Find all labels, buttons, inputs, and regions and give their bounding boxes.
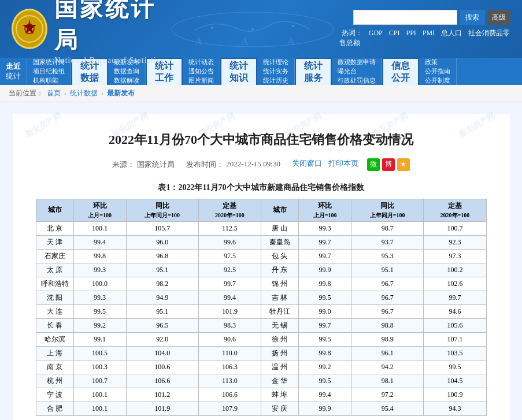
cell-value: 99.4	[198, 291, 261, 304]
search-bar[interactable]: 搜索 高级	[353, 10, 510, 25]
cell-value: 100.1	[73, 402, 126, 415]
table-row: 杭 州100.7106.6113.0金 华99.598.1104.5	[36, 374, 486, 388]
cell-city: 石家庄	[36, 249, 73, 263]
hot-item-ppi[interactable]: PPI	[406, 29, 416, 37]
national-emblem	[12, 9, 47, 49]
cell-city: 丹 东	[261, 263, 298, 277]
cell-city: 金 华	[261, 374, 298, 388]
title-zh: 国家统计局	[54, 0, 166, 56]
wechat-share-icon[interactable]: 微	[367, 158, 380, 171]
cell-value: 99.7	[424, 291, 486, 304]
cell-city: 蚌 埠	[261, 388, 298, 402]
cell-value: 99.4	[298, 388, 351, 402]
cell-city: 吉 林	[261, 291, 298, 304]
cell-city: 无 锡	[261, 318, 298, 332]
breadcrumb-current: 最新发布	[107, 88, 135, 98]
cell-value: 92.0	[126, 332, 198, 346]
cell-value: 112.5	[198, 221, 261, 235]
th-base-right: 定基2020年=100	[424, 199, 486, 221]
cell-value: 96.8	[126, 249, 198, 263]
cell-value: 99.8	[298, 277, 351, 291]
cell-value: 92.3	[424, 235, 486, 249]
article-title: 2022年11月份70个大中城市商品住宅销售价格变动情况	[36, 131, 487, 149]
cell-value: 101.9	[126, 402, 198, 415]
hot-item-pmi[interactable]: PMI	[423, 29, 435, 37]
cell-value: 96.5	[126, 318, 198, 332]
cell-city: 包 头	[261, 249, 298, 263]
hot-item-population[interactable]: 总人口	[441, 29, 462, 37]
cell-value: 105.7	[126, 221, 198, 235]
search-button[interactable]: 搜索	[460, 10, 485, 25]
date-meta: 发布时间： 2022-12-15 09:30	[186, 159, 280, 170]
cell-value: 96.7	[351, 291, 424, 304]
nav-public-sub[interactable]: 政策 公开指南 公开制度	[419, 58, 457, 85]
th-base-left: 定基2020年=100	[198, 199, 261, 221]
print-page-btn[interactable]: 打印本页	[328, 158, 358, 171]
share-icons: 微 博 ★	[367, 158, 410, 171]
table-row: 宁 波100.1101.2106.6蚌 埠99.497.2100.9	[36, 388, 486, 402]
article-content: 2022年11月份70个大中城市商品住宅销售价格变动情况 来源： 国家统计局 发…	[13, 114, 510, 420]
breadcrumb-home[interactable]: 首页	[47, 88, 61, 98]
cell-value: 99.5	[298, 332, 351, 346]
cell-value: 93.7	[351, 235, 424, 249]
cell-city: 北 京	[36, 221, 73, 235]
search-input[interactable]	[353, 10, 457, 25]
nav-statistics-service[interactable]: 统计 服务	[295, 58, 332, 85]
breadcrumb-stats-data[interactable]: 统计数据	[70, 88, 98, 98]
hot-item-cpi[interactable]: CPI	[389, 29, 400, 37]
svg-text:A: A	[287, 36, 295, 47]
cell-value: 100.7	[73, 374, 126, 388]
th-city-left: 城市	[36, 199, 73, 221]
close-window-btn[interactable]: 关闭窗口	[292, 158, 322, 171]
cell-value: 98.2	[126, 277, 198, 291]
table-row: 沈 阳99.394.999.4吉 林99.596.799.7	[36, 291, 486, 304]
cell-city: 锦 州	[261, 277, 298, 291]
cell-value: 107.1	[424, 332, 486, 346]
cell-city: 安 庆	[261, 402, 298, 415]
source-meta: 来源： 国家统计局	[112, 159, 175, 170]
nav-info-public[interactable]: 信息 公开	[382, 58, 419, 85]
cell-value: 102.6	[424, 277, 486, 291]
cell-value: 99.6	[198, 235, 261, 249]
hot-item-gdp[interactable]: GDP	[369, 29, 383, 37]
cell-value: 99.5	[298, 374, 351, 388]
cell-value: 101.9	[198, 304, 261, 318]
cell-value: 95.1	[126, 304, 198, 318]
advanced-search-button[interactable]: 高级	[487, 10, 510, 25]
table-row: 合 肥100.1101.9107.9安 庆99.995.494.3	[36, 402, 486, 415]
title-en: National Bureau of Statistics	[54, 56, 166, 65]
header-right: 搜索 高级 热词： GDP CPI PPI PMI 总人口 社会消费品零售总额	[339, 10, 510, 48]
favorite-icon[interactable]: ★	[397, 158, 410, 171]
cell-value: 92.5	[198, 263, 261, 277]
cell-city: 秦皇岛	[261, 235, 298, 249]
weibo-share-icon[interactable]: 博	[382, 158, 395, 171]
nav-service-sub[interactable]: 微观数据申请 曝光台 行政处罚信息	[332, 58, 382, 85]
cell-value: 99.7	[298, 249, 351, 263]
cell-value: 100.0	[73, 277, 126, 291]
cell-value: 96.7	[351, 304, 424, 318]
cell-value: 100.3	[73, 360, 126, 374]
cell-value: 94.9	[126, 291, 198, 304]
table-row: 上 海100.5104.0110.0扬 州99.896.1103.5	[36, 346, 486, 360]
cell-city: 上 海	[36, 346, 73, 360]
cell-city: 天 津	[36, 235, 73, 249]
cell-value: 104.5	[424, 374, 486, 388]
cell-value: 90.6	[198, 332, 261, 346]
nav-work-sub[interactable]: 统计动态 通知公告 图片新闻	[183, 58, 220, 85]
cell-value: 99.7	[298, 318, 351, 332]
cell-value: 97.5	[198, 249, 261, 263]
cell-value: 106.6	[198, 388, 261, 402]
table-row: 南 京100.3100.6106.3温 州99.294.299.5	[36, 360, 486, 374]
breadcrumb-label: 当前位置：	[9, 88, 43, 98]
price-index-table: 城市 环比上月=100 同比上年同月=100 定基2020年=100 城市 环比…	[36, 199, 487, 416]
cell-value: 99.0	[298, 304, 351, 318]
action-meta[interactable]: 关闭窗口 打印本页 微 博 ★	[292, 158, 410, 171]
nav-statistics-knowledge[interactable]: 统计 知识	[220, 58, 257, 85]
cell-value: 99.9	[298, 402, 351, 415]
cell-value: 99.4	[73, 235, 126, 249]
nav-knowledge-sub[interactable]: 统计理论 统计实务 统计历史	[257, 58, 295, 85]
table-row: 北 京100.1105.7112.5唐 山99.398.7100.7	[36, 221, 486, 235]
table-row: 天 津99.496.099.6秦皇岛99.793.792.3	[36, 235, 486, 249]
cell-value: 98.1	[351, 374, 424, 388]
svg-point-5	[251, 28, 254, 31]
